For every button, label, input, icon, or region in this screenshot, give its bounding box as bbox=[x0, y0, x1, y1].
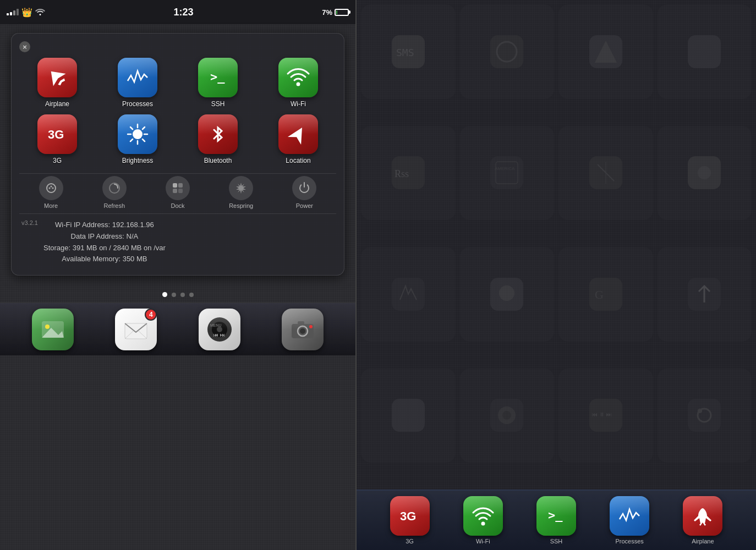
app-icon-grid: Airplane Processes >_ bbox=[19, 58, 336, 164]
svg-text:>_: >_ bbox=[548, 508, 563, 522]
icon-item-3g[interactable]: 3G 3G bbox=[19, 114, 95, 164]
svg-point-72 bbox=[481, 522, 485, 526]
mail-badge: 4 bbox=[145, 309, 157, 321]
bg-app-7 bbox=[558, 126, 653, 221]
right-dock-3g-label: 3G bbox=[406, 538, 414, 544]
icon-item-location[interactable]: Location bbox=[260, 114, 336, 164]
dot-1[interactable] bbox=[162, 292, 167, 297]
wifi-label: Wi-Fi bbox=[291, 100, 306, 108]
quick-respring[interactable]: Respring bbox=[229, 176, 253, 209]
quick-power[interactable]: Power bbox=[292, 176, 316, 209]
svg-text:AMERICA: AMERICA bbox=[495, 166, 515, 171]
icon-item-wifi[interactable]: Wi-Fi bbox=[260, 58, 336, 108]
signal-bars bbox=[7, 9, 19, 15]
dock-mail[interactable]: 4 bbox=[114, 307, 158, 351]
bg-app-3 bbox=[558, 4, 653, 99]
dock-camera[interactable] bbox=[281, 307, 325, 351]
svg-line-8 bbox=[130, 127, 133, 129]
bg-app-8 bbox=[658, 126, 752, 221]
svg-rect-17 bbox=[173, 183, 177, 188]
carrier-icon: 👑 bbox=[21, 7, 32, 18]
dock-icon-quick bbox=[166, 176, 190, 200]
bg-app-9 bbox=[361, 247, 456, 342]
svg-point-12 bbox=[47, 184, 56, 193]
more-icon bbox=[39, 176, 63, 200]
right-dock-processes[interactable]: Processes bbox=[610, 496, 649, 544]
version-badge: v3.2.1 bbox=[21, 219, 38, 226]
left-dock: 4 MENU ⏮ ⏭ bbox=[0, 302, 355, 355]
right-dock: 3G 3G Wi-Fi >_ SSH bbox=[357, 490, 756, 550]
svg-rect-26 bbox=[123, 320, 128, 322]
quick-refresh[interactable]: Refresh bbox=[102, 176, 127, 209]
svg-point-13 bbox=[48, 188, 50, 189]
close-button[interactable]: × bbox=[19, 41, 30, 52]
data-ip-line: Data IP Address: N/A bbox=[43, 231, 166, 243]
popup-widget: × Airplane bbox=[11, 33, 344, 276]
svg-text:MENU: MENU bbox=[210, 323, 222, 327]
right-dock-wifi[interactable]: Wi-Fi bbox=[463, 496, 503, 544]
respring-label: Respring bbox=[229, 202, 253, 209]
battery-icon bbox=[335, 9, 349, 16]
bg-app-5: Rss bbox=[361, 126, 456, 221]
right-dock-airplane[interactable]: Airplane bbox=[683, 496, 722, 544]
memory-line: Available Memory: 350 MB bbox=[43, 254, 166, 265]
svg-point-70 bbox=[698, 409, 702, 413]
dock-photos[interactable] bbox=[31, 307, 75, 351]
right-dock-ssh[interactable]: >_ SSH bbox=[536, 496, 576, 544]
bg-app-4 bbox=[658, 4, 752, 99]
icon-item-processes[interactable]: Processes bbox=[100, 58, 176, 108]
left-panel: 👑 1:23 7% × bbox=[0, 0, 357, 550]
bg-app-15: ⏮ ⏸ ⏭ bbox=[558, 369, 653, 463]
bg-app-13 bbox=[361, 369, 456, 463]
bg-app-6: AMERICA bbox=[460, 126, 555, 221]
dot-3[interactable] bbox=[180, 293, 185, 297]
refresh-label: Refresh bbox=[104, 202, 125, 209]
svg-text:⏮ ⏭: ⏮ ⏭ bbox=[213, 332, 225, 338]
quick-more[interactable]: More bbox=[39, 176, 63, 209]
wallpaper-grid: SMS Rss AMERICA G bbox=[357, 0, 756, 490]
svg-point-58 bbox=[499, 285, 514, 301]
svg-rect-59 bbox=[589, 278, 622, 311]
svg-line-11 bbox=[130, 139, 133, 141]
svg-text:Rss: Rss bbox=[395, 168, 409, 179]
icon-item-ssh[interactable]: >_ SSH bbox=[180, 58, 256, 108]
icon-item-bluetooth[interactable]: Bluetooth bbox=[180, 114, 256, 164]
power-label: Power bbox=[296, 202, 313, 209]
svg-point-31 bbox=[217, 327, 222, 332]
location-icon-box bbox=[278, 114, 318, 154]
dock-label: Dock bbox=[171, 202, 184, 209]
status-bar: 👑 1:23 7% bbox=[0, 0, 355, 24]
refresh-icon bbox=[102, 176, 127, 200]
3g-icon-box: 3G bbox=[37, 114, 77, 154]
svg-point-3 bbox=[133, 129, 143, 139]
svg-rect-18 bbox=[178, 183, 183, 188]
wifi-status-icon bbox=[35, 8, 45, 17]
right-dock-wifi-label: Wi-Fi bbox=[476, 538, 490, 544]
dot-2[interactable] bbox=[172, 293, 176, 297]
svg-line-10 bbox=[143, 127, 145, 129]
ssh-label: SSH bbox=[211, 100, 225, 108]
svg-rect-19 bbox=[173, 189, 177, 193]
quick-dock[interactable]: Dock bbox=[166, 176, 190, 209]
svg-text:G: G bbox=[595, 288, 604, 301]
svg-point-23 bbox=[45, 324, 50, 329]
dot-4[interactable] bbox=[189, 293, 194, 297]
svg-point-36 bbox=[300, 328, 305, 334]
3g-label: 3G bbox=[53, 157, 62, 164]
icon-item-airplane[interactable]: Airplane bbox=[19, 58, 95, 108]
ssh-icon-box: >_ bbox=[198, 58, 238, 97]
dock-music[interactable]: MENU ⏮ ⏭ bbox=[198, 307, 242, 351]
bg-app-10 bbox=[460, 247, 555, 342]
location-label: Location bbox=[286, 157, 310, 164]
svg-rect-25 bbox=[125, 323, 147, 339]
wifi-icon-box bbox=[278, 58, 318, 97]
svg-rect-37 bbox=[298, 321, 304, 324]
svg-rect-45 bbox=[688, 35, 721, 68]
svg-rect-68 bbox=[688, 399, 721, 432]
bg-app-11: G bbox=[558, 247, 653, 342]
icon-item-brightness[interactable]: Brightness bbox=[100, 114, 176, 164]
right-dock-ssh-label: SSH bbox=[550, 538, 563, 544]
more-label: More bbox=[44, 202, 58, 209]
right-dock-3g[interactable]: 3G 3G bbox=[390, 496, 430, 544]
svg-rect-20 bbox=[178, 189, 183, 193]
